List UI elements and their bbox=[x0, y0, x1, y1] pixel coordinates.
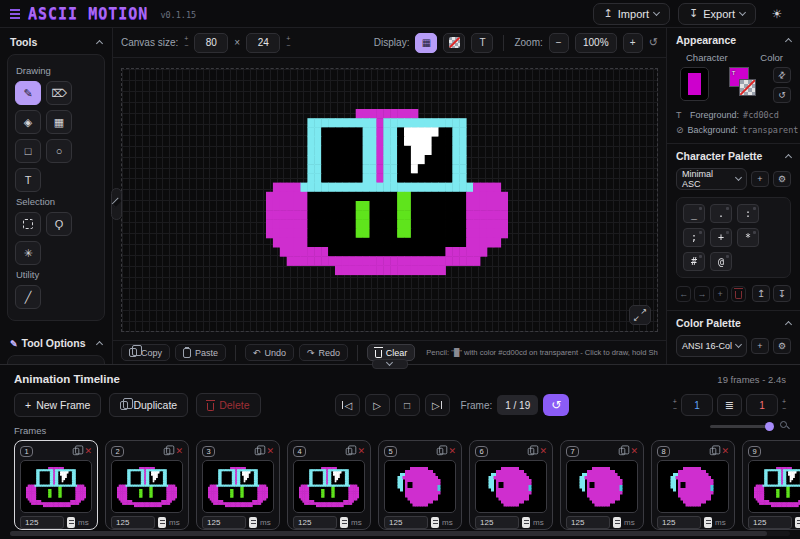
fill-rect-tool[interactable]: ▦ bbox=[46, 110, 72, 134]
zoom-reset-button[interactable]: ↺ bbox=[649, 36, 658, 49]
character-key[interactable]: @ bbox=[710, 252, 732, 271]
frame-card-9[interactable]: 9✕125ms bbox=[742, 440, 800, 530]
paint-bucket-tool[interactable]: ◈ bbox=[15, 110, 41, 134]
palette-upload-button[interactable]: ↥ bbox=[752, 285, 770, 302]
tools-section-header[interactable]: Tools bbox=[0, 28, 112, 54]
selected-character-preview[interactable] bbox=[680, 67, 709, 101]
frame-duration-input[interactable]: 125 bbox=[475, 516, 519, 529]
text-display-toggle[interactable]: T bbox=[471, 33, 493, 53]
loop-button[interactable]: ↺ bbox=[543, 394, 569, 416]
onion-next-count[interactable]: 1 bbox=[746, 394, 778, 416]
ellipse-tool[interactable]: ○ bbox=[46, 139, 72, 163]
palette-next-button[interactable]: → bbox=[694, 286, 709, 302]
collapse-left-sidebar-handle[interactable] bbox=[111, 188, 122, 220]
character-key[interactable]: ; bbox=[683, 228, 705, 247]
onion-prev-count[interactable]: 1 bbox=[681, 394, 713, 416]
reset-colors-button[interactable]: ↺ bbox=[773, 87, 791, 103]
canvas-width-stepper[interactable]: +− bbox=[184, 36, 188, 49]
frame-duration-input[interactable]: 125 bbox=[748, 516, 792, 529]
canvas-height-stepper[interactable]: +− bbox=[286, 36, 290, 49]
eraser-tool[interactable]: ⌦ bbox=[46, 81, 72, 105]
eyedropper-tool[interactable]: ╱ bbox=[15, 285, 41, 309]
canvas-height-input[interactable]: 24 bbox=[246, 33, 280, 53]
grid-display-toggle[interactable]: ▦ bbox=[415, 33, 437, 53]
color-palette-header[interactable]: Color Palette bbox=[676, 317, 791, 329]
frame-duration-input[interactable]: 125 bbox=[111, 516, 155, 529]
pencil-tool[interactable]: ✎ bbox=[15, 81, 41, 105]
character-palette-settings-button[interactable]: ⚙ bbox=[773, 171, 791, 187]
frame-duration-input[interactable]: 125 bbox=[566, 516, 610, 529]
delete-frame-icon[interactable]: ✕ bbox=[630, 447, 638, 456]
delete-frame-icon[interactable]: ✕ bbox=[357, 447, 365, 456]
play-button[interactable]: ▷ bbox=[365, 394, 390, 416]
duplicate-frame-icon[interactable] bbox=[437, 447, 443, 454]
duplicate-frame-button[interactable]: Duplicate bbox=[109, 393, 188, 417]
drawing-canvas[interactable]: ↗↙ bbox=[121, 68, 658, 332]
frame-duration-input[interactable]: 125 bbox=[20, 516, 64, 529]
paste-button[interactable]: Paste bbox=[175, 344, 226, 361]
duplicate-frame-icon[interactable] bbox=[255, 447, 261, 454]
duplicate-frame-icon[interactable] bbox=[164, 447, 170, 454]
character-key[interactable]: * bbox=[737, 228, 759, 247]
add-color-palette-button[interactable]: + bbox=[751, 338, 769, 354]
frame-card-6[interactable]: 6✕125ms bbox=[469, 440, 553, 530]
delete-frame-button[interactable]: Delete bbox=[196, 393, 260, 417]
character-key[interactable]: _ bbox=[683, 204, 705, 223]
swap-colors-button[interactable]: ⇄ bbox=[773, 67, 791, 83]
frame-card-1[interactable]: 1✕125ms bbox=[14, 440, 98, 530]
onion-prev-stepper[interactable]: +− bbox=[673, 399, 677, 412]
frame-card-8[interactable]: 8✕125ms bbox=[651, 440, 735, 530]
last-frame-button[interactable]: ▷ bbox=[425, 394, 450, 416]
character-key[interactable]: . bbox=[710, 204, 732, 223]
delete-frame-icon[interactable]: ✕ bbox=[266, 447, 274, 456]
frame-card-3[interactable]: 3✕125ms bbox=[196, 440, 280, 530]
fullscreen-canvas-button[interactable]: ↗↙ bbox=[629, 305, 651, 325]
duplicate-frame-icon[interactable] bbox=[346, 447, 352, 454]
character-key[interactable]: # bbox=[683, 252, 705, 271]
stop-button[interactable]: □ bbox=[395, 394, 420, 416]
duplicate-frame-icon[interactable] bbox=[73, 447, 79, 454]
duplicate-frame-icon[interactable] bbox=[619, 447, 625, 454]
frame-size-slider[interactable] bbox=[710, 425, 772, 428]
add-character-palette-button[interactable]: + bbox=[751, 171, 769, 187]
color-preset-select[interactable]: ANSI 16-Col bbox=[676, 335, 747, 357]
frame-duration-input[interactable]: 125 bbox=[202, 516, 246, 529]
rectangle-tool[interactable]: □ bbox=[15, 139, 41, 163]
palette-prev-button[interactable]: ← bbox=[676, 286, 691, 302]
import-button[interactable]: ↥ Import bbox=[593, 3, 670, 25]
slider-knob[interactable] bbox=[765, 422, 774, 431]
palette-delete-button[interactable] bbox=[731, 286, 746, 302]
scrollbar-thumb[interactable] bbox=[10, 531, 767, 536]
character-palette-header[interactable]: Character Palette bbox=[676, 150, 791, 162]
text-tool[interactable]: T bbox=[15, 168, 41, 192]
palette-download-button[interactable]: ↧ bbox=[773, 285, 791, 302]
delete-frame-icon[interactable]: ✕ bbox=[84, 447, 92, 456]
zoom-in-button[interactable]: + bbox=[623, 33, 643, 53]
onion-next-stepper[interactable]: +− bbox=[782, 399, 786, 412]
select-rect-tool[interactable] bbox=[15, 212, 41, 236]
magic-wand-tool[interactable]: ✳ bbox=[15, 241, 41, 265]
background-color-swatch[interactable] bbox=[739, 79, 756, 96]
frame-duration-input[interactable]: 125 bbox=[293, 516, 337, 529]
frame-card-2[interactable]: 2✕125ms bbox=[105, 440, 189, 530]
character-preset-select[interactable]: Minimal ASC bbox=[676, 168, 747, 190]
onion-skin-toggle[interactable] bbox=[443, 33, 465, 53]
delete-frame-icon[interactable]: ✕ bbox=[721, 447, 729, 456]
appearance-header[interactable]: Appearance bbox=[676, 34, 791, 46]
frame-duration-input[interactable]: 125 bbox=[657, 516, 701, 529]
lasso-tool[interactable]: Ϙ bbox=[46, 212, 72, 236]
color-palette-settings-button[interactable]: ⚙ bbox=[773, 338, 791, 354]
onion-skin-button[interactable]: ≣ bbox=[717, 394, 742, 416]
frame-card-4[interactable]: 4✕125ms bbox=[287, 440, 371, 530]
copy-button[interactable]: Copy bbox=[121, 344, 170, 361]
export-button[interactable]: ↧ Export bbox=[678, 3, 756, 25]
new-frame-button[interactable]: +New Frame bbox=[14, 393, 101, 417]
frame-duration-input[interactable]: 125 bbox=[384, 516, 428, 529]
undo-button[interactable]: ↶Undo bbox=[245, 344, 294, 361]
frame-card-5[interactable]: 5✕125ms bbox=[378, 440, 462, 530]
frames-scrollbar[interactable] bbox=[10, 531, 790, 536]
duplicate-frame-icon[interactable] bbox=[528, 447, 534, 454]
duplicate-frame-icon[interactable] bbox=[710, 447, 716, 454]
delete-frame-icon[interactable]: ✕ bbox=[539, 447, 547, 456]
delete-frame-icon[interactable]: ✕ bbox=[175, 447, 183, 456]
